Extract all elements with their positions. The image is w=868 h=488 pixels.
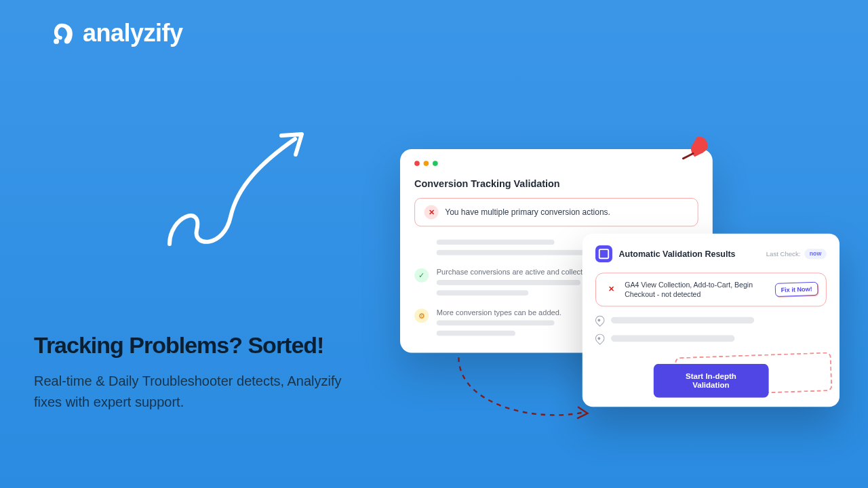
location-pin-icon xyxy=(593,332,606,345)
window-minimize-icon xyxy=(424,161,429,166)
error-x-icon: ✕ xyxy=(425,205,439,220)
analyzify-logo-icon xyxy=(49,20,75,46)
primary-conversion-error-alert: ✕ You have multiple primary conversion a… xyxy=(414,198,698,226)
automatic-validation-card: Automatic Validation Results Last Check:… xyxy=(583,234,840,407)
location-row xyxy=(595,315,827,324)
alert-text: GA4 View Collection, Add-to-Cart, Begin … xyxy=(625,280,768,300)
bulb-icon: ⚙ xyxy=(414,308,429,323)
window-zoom-icon xyxy=(433,161,438,166)
location-row xyxy=(595,333,827,342)
error-x-icon: ✕ xyxy=(604,283,618,297)
check-icon: ✓ xyxy=(414,268,429,283)
decorative-arrow-icon xyxy=(156,115,319,264)
connector-arrow-icon xyxy=(452,351,595,429)
location-pin-icon xyxy=(593,314,606,327)
brand-logo: analyzify xyxy=(49,19,183,47)
hero-subtext: Real-time & Daily Troubleshooter detects… xyxy=(34,371,359,413)
hero-text: Tracking Problems? Sorted! Real-time & D… xyxy=(34,332,359,413)
brand-name: analyzify xyxy=(83,19,183,47)
card-title: Conversion Tracking Validation xyxy=(414,178,698,188)
last-check-meta: Last Check: now xyxy=(766,249,827,259)
window-close-icon xyxy=(414,161,420,166)
cube-icon xyxy=(595,245,612,262)
last-check-badge: now xyxy=(804,249,827,259)
alert-text: You have multiple primary conversion act… xyxy=(445,207,610,216)
hero-headline: Tracking Problems? Sorted! xyxy=(34,332,359,359)
validation-title: Automatic Validation Results xyxy=(619,249,760,258)
fix-it-now-button[interactable]: Fix it Now! xyxy=(775,282,818,297)
svg-point-0 xyxy=(54,39,59,44)
window-controls xyxy=(414,161,698,166)
start-validation-button[interactable]: Start In-depth Validation xyxy=(653,364,768,398)
ga4-detection-error-alert: ✕ GA4 View Collection, Add-to-Cart, Begi… xyxy=(595,272,827,306)
